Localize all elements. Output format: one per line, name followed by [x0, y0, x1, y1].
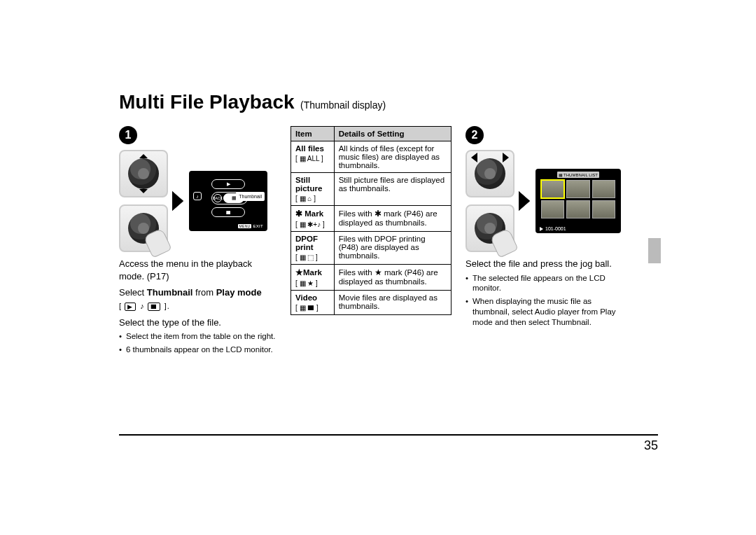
jog-ball-press-icon	[465, 204, 514, 252]
content-columns: 1 ♪ ▶	[119, 126, 658, 358]
step-2-column: 2 ▦THUMBNAIL LIST	[465, 126, 623, 331]
footer-rule	[119, 434, 658, 436]
table-row: DPOF print[ ▦ ⬚ ] Files with DPOF printi…	[291, 232, 451, 265]
lcd-thumbnail-mock: ▦THUMBNAIL LIST 101-0001	[536, 169, 621, 233]
step-2-bullets: The selected file appears on the LCD mon…	[465, 273, 623, 328]
table-head-item: Item	[291, 127, 335, 141]
step-1-badge: 1	[119, 126, 137, 144]
table-row: All files[ ▦ ALL ] All kinds of files (e…	[291, 141, 451, 173]
play-mode-icons: [ ▶ ♪ ⯀ ].	[119, 302, 276, 311]
back-icon: BACK	[214, 194, 222, 202]
step-1-text-1: Access the menu in the playback mode. (P…	[119, 258, 276, 282]
lcd-title: ▦THUMBNAIL LIST	[557, 172, 599, 178]
table-row: ✱ Mark[ ▦ ✱+♪ ] Files with ✱ mark (P46) …	[291, 206, 451, 232]
list-item: When displaying the music file as thumbn…	[465, 296, 623, 328]
jog-ball-press-icon	[119, 204, 168, 252]
step-1-bullets: Select the item from the table on the ri…	[119, 331, 276, 355]
leads-to-arrow-icon	[174, 193, 183, 209]
page-number: 35	[119, 438, 658, 453]
list-item: Select the item from the table on the ri…	[119, 331, 276, 342]
settings-table-column: Item Details of Setting All files[ ▦ ALL…	[290, 126, 451, 315]
step-1-illustration: ♪ ▶ BACK ▦ ⯀ Thumbnail MENU EXIT	[119, 150, 276, 252]
page-footer: 35	[119, 434, 658, 453]
table-row: Still picture[ ▦ ⌂ ] Still picture files…	[291, 173, 451, 206]
thumbnail-grid-icon	[538, 180, 618, 218]
table-row: Video[ ▦ ⯀ ] Movie files are displayed a…	[291, 291, 451, 315]
page-title-row: Multi File Playback (Thumbnail display)	[119, 91, 658, 113]
step-2-badge: 2	[465, 126, 484, 144]
step-1-column: 1 ♪ ▶	[119, 126, 276, 358]
jog-ball-illustrations	[119, 150, 168, 252]
jog-ball-scroll-icon	[119, 150, 168, 197]
lcd-footer: 101-0001	[540, 226, 566, 231]
list-item: The selected file appears on the LCD mon…	[465, 273, 623, 294]
leads-to-arrow-icon	[520, 193, 530, 209]
step-1-text-3: Select the type of the file.	[119, 317, 276, 329]
table-row: ★Mark[ ▦ ★ ] Files with ★ mark (P46) are…	[291, 265, 451, 291]
list-item: 6 thumbnails appear on the LCD monitor.	[119, 345, 276, 355]
lcd-menu-mock: ♪ ▶ BACK ▦ ⯀ Thumbnail MENU EXIT	[189, 171, 267, 231]
music-icon: ♪	[193, 192, 202, 200]
thumbnail-tooltip: Thumbnail	[236, 192, 265, 201]
step-2-text-1: Select the file and press the jog ball.	[465, 258, 623, 270]
manual-page: Multi File Playback (Thumbnail display) …	[119, 91, 658, 358]
step-2-illustration: ▦THUMBNAIL LIST 101-0001	[465, 150, 623, 252]
page-title: Multi File Playback	[119, 91, 295, 113]
menu-item-icon: ▶	[211, 179, 245, 189]
step-1-text-2: Select Thumbnail from Play mode	[119, 286, 276, 299]
jog-ball-scroll-h-icon	[465, 150, 514, 197]
page-edge-tab	[648, 238, 661, 263]
page-subtitle: (Thumbnail display)	[300, 99, 386, 111]
table-head-detail: Details of Setting	[334, 127, 451, 141]
menu-exit-label: MENU EXIT	[238, 224, 263, 228]
jog-ball-illustrations	[465, 150, 514, 252]
settings-table: Item Details of Setting All files[ ▦ ALL…	[290, 126, 451, 315]
menu-item-icon: ⯀	[211, 207, 245, 217]
